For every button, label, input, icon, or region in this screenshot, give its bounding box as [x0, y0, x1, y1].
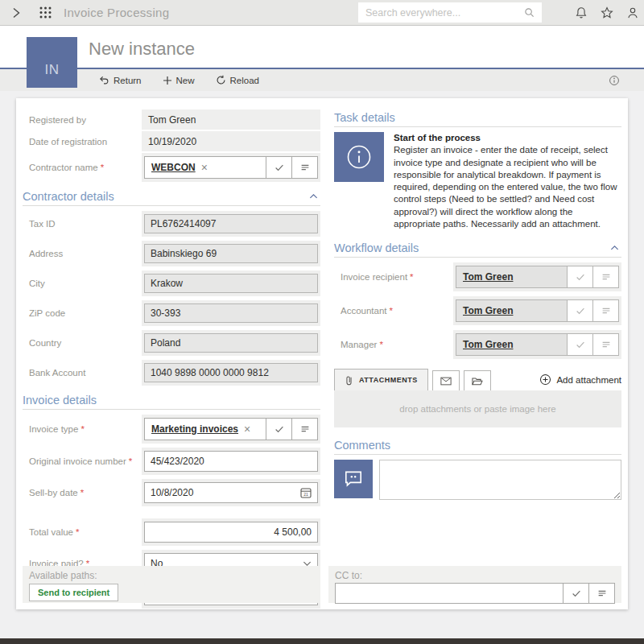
send-to-recipient-path-button[interactable]: Send to recipient	[29, 584, 118, 601]
picker-confirm-button[interactable]	[567, 300, 592, 321]
field-contractor-name: Contractor name* WEBCON ×	[23, 153, 320, 182]
reload-icon	[216, 75, 226, 85]
content-area: Registered by Tom Green Date of registra…	[0, 91, 644, 644]
picker-browse-button[interactable]	[291, 419, 317, 440]
app-title: Invoice Processing	[64, 6, 169, 19]
bank-account-input: 1040 9898 0000 0000 9812	[144, 363, 318, 382]
check-icon	[274, 423, 285, 435]
cc-input[interactable]	[342, 588, 556, 599]
contractor-chip-link[interactable]: WEBCON	[151, 162, 196, 173]
info-circle-icon	[345, 142, 374, 171]
field-label: Country	[23, 338, 142, 348]
collapse-caret-icon[interactable]	[309, 193, 318, 200]
field-registered-by: Registered by Tom Green	[23, 109, 320, 130]
section-title: Workflow details	[334, 242, 419, 254]
picker-confirm-button[interactable]	[266, 157, 291, 178]
picker-browse-button[interactable]	[588, 584, 614, 603]
field-value: Tom Green	[144, 114, 196, 126]
search-icon[interactable]	[524, 7, 535, 18]
return-button[interactable]: Return	[99, 75, 142, 85]
invoice-type-chip-link[interactable]: Marketing invoices	[151, 423, 238, 435]
required-marker: *	[129, 456, 132, 466]
check-icon	[575, 271, 586, 283]
field-original-invoice-number: Original invoice number* 45/423/2020	[23, 448, 320, 475]
person-link[interactable]: Tom Green	[463, 271, 513, 283]
tab-attachments[interactable]: ATTACHMENTS	[334, 369, 428, 390]
field-label: Bank Account	[23, 368, 142, 378]
required-marker: *	[379, 340, 382, 349]
required-marker: *	[80, 488, 84, 497]
chip-remove-icon[interactable]: ×	[244, 423, 250, 435]
folder-icon	[471, 376, 483, 386]
field-date-of-registration: Date of registration 10/19/2020	[23, 131, 320, 151]
add-attachment-button[interactable]: Add attachment	[539, 374, 621, 386]
section-workflow-details: Workflow details	[334, 242, 621, 258]
original-invoice-number-input[interactable]: 45/423/2020	[144, 451, 318, 472]
person-link[interactable]: Tom Green	[463, 305, 513, 316]
check-icon	[575, 305, 586, 316]
profile-person-icon[interactable]	[626, 6, 639, 19]
task-description: Register an invoice - enter the date of …	[394, 144, 621, 230]
field-label: Total value	[29, 527, 73, 537]
attachments-dropzone[interactable]: drop attachments or paste image here	[334, 390, 621, 427]
picker-confirm-button[interactable]	[567, 266, 592, 287]
list-icon	[299, 162, 311, 173]
search-input[interactable]	[365, 7, 524, 19]
field-label: ZiP code	[23, 308, 142, 318]
reload-button[interactable]: Reload	[216, 75, 259, 85]
topbar: Invoice Processing	[0, 0, 644, 26]
list-icon	[299, 423, 311, 435]
collapse-caret-icon[interactable]	[610, 245, 619, 251]
address-input: Babinskiego 69	[144, 244, 318, 263]
field-sell-by-date: Sell-by date* 10/8/2020 21	[23, 479, 320, 506]
field-tax-id: Tax ID PL6762414097	[23, 211, 320, 237]
return-icon	[99, 75, 109, 85]
section-contractor-details: Contractor details	[23, 190, 320, 206]
cc-to-label: CC to:	[335, 570, 615, 581]
picker-browse-button[interactable]	[592, 334, 618, 355]
comments-textarea[interactable]	[379, 460, 621, 500]
field-manager: Manager* Tom Green	[334, 330, 621, 359]
tab-email-attachments[interactable]	[432, 370, 460, 390]
available-paths-label: Available paths:	[29, 570, 314, 581]
field-value: 10/19/2020	[144, 136, 196, 147]
picker-confirm-button[interactable]	[266, 419, 291, 440]
picker-browse-button[interactable]	[592, 266, 618, 287]
picker-confirm-button[interactable]	[567, 334, 592, 355]
section-title: Invoice details	[23, 394, 97, 407]
chip-remove-icon[interactable]: ×	[201, 162, 208, 173]
field-city: City Krakow	[23, 270, 320, 296]
required-marker: *	[101, 163, 104, 172]
field-label: Date of registration	[23, 137, 142, 147]
cc-picker	[335, 583, 615, 604]
required-marker: *	[76, 527, 79, 537]
plus-icon	[163, 76, 172, 85]
field-label: Registered by	[23, 115, 142, 125]
search-bar	[358, 2, 542, 23]
page-header: IN New instance	[0, 26, 644, 69]
form-info-icon[interactable]	[609, 75, 620, 86]
city-input: Krakow	[144, 274, 318, 293]
picker-browse-button[interactable]	[592, 300, 618, 321]
workflow-avatar: IN	[27, 37, 77, 88]
new-button[interactable]: New	[163, 75, 195, 85]
picker-browse-button[interactable]	[291, 157, 317, 178]
notifications-bell-icon[interactable]	[575, 6, 588, 19]
picker-confirm-button[interactable]	[563, 584, 588, 603]
field-label: Contractor name	[29, 163, 98, 172]
field-total-value: Total value* 4 500,00	[23, 518, 320, 546]
form-right-column: Task details Start of the process Regist…	[334, 109, 621, 613]
person-link[interactable]: Tom Green	[463, 339, 513, 350]
calendar-icon[interactable]: 21	[300, 487, 312, 498]
favorites-star-icon[interactable]	[601, 6, 613, 19]
field-address: Address Babinskiego 69	[23, 241, 320, 266]
total-value-input[interactable]: 4 500,00	[144, 522, 318, 543]
app-launcher-grid-icon[interactable]	[39, 6, 52, 19]
sidebar-expand-chevron-icon[interactable]	[10, 6, 23, 19]
sell-by-date-input[interactable]: 10/8/2020 21	[144, 482, 318, 503]
required-marker: *	[80, 424, 84, 434]
paperclip-icon	[345, 375, 353, 386]
attachments-tab-bar: ATTACHMENTS	[334, 369, 621, 390]
field-invoice-recipient: Invoice recipient* Tom Green	[334, 262, 621, 291]
tab-attachment-folder[interactable]	[464, 370, 491, 390]
